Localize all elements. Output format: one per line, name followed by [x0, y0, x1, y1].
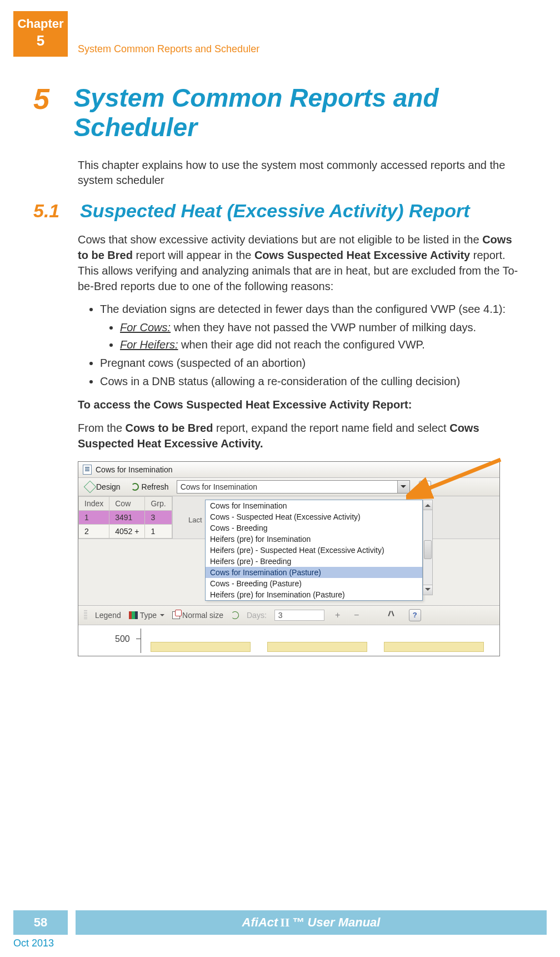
dropdown-option[interactable]: Heifers (pre) for Insemination (Pasture) — [206, 589, 422, 600]
dropdown-option[interactable]: Heifers (pre) - Suspected Heat (Excessiv… — [206, 545, 422, 556]
report-name-dropdown[interactable]: Cows for Insemination — [177, 480, 410, 494]
help-button-small[interactable]: ? — [409, 609, 421, 621]
scroll-down-button[interactable] — [423, 585, 432, 595]
bullet-1-sub-1: For Cows: when they have not passed the … — [120, 320, 522, 335]
footer-date: Oct 2013 — [13, 938, 54, 949]
chapter-tab: Chapter 5 — [13, 11, 68, 57]
refresh-icon — [131, 482, 139, 491]
footer-title: AfiAct II™ User Manual — [76, 910, 547, 935]
chart-bar — [384, 642, 484, 652]
help-button[interactable]: ? — [419, 481, 431, 493]
refresh-icon — [231, 611, 239, 619]
dropdown-option[interactable]: Cows - Suspected Heat (Excessive Activit… — [206, 511, 422, 522]
bullet-list: The deviation signs are detected in fewe… — [100, 302, 522, 389]
heading1-number: 5 — [33, 83, 62, 115]
bottom-toolbar: Legend Type Normal size Days: 3 + − ? — [78, 605, 499, 625]
bullet-2: Pregnant cows (suspected of an abortion) — [100, 356, 522, 371]
days-input[interactable]: 3 — [274, 610, 324, 621]
chart-tick — [136, 639, 141, 639]
page-number: 58 — [13, 910, 68, 935]
scroll-up-button[interactable] — [423, 500, 432, 510]
table-header-row: Index Cow Grp. — [79, 496, 172, 510]
window-title: Cows for Insemination — [96, 465, 173, 474]
days-label: Days: — [247, 611, 267, 620]
col-index: Index — [79, 496, 109, 510]
design-button[interactable]: Design — [83, 481, 123, 492]
minus-button[interactable]: − — [351, 610, 362, 620]
design-icon — [85, 482, 94, 491]
chart-type-icon — [129, 611, 138, 619]
refresh-button[interactable]: Refresh — [128, 481, 171, 492]
bullet-1-sub-2: For Heifers: when their age did not reac… — [120, 337, 522, 352]
dropdown-option-selected[interactable]: Cows for Insemination (Pasture) — [206, 567, 422, 578]
col-cow: Cow — [109, 496, 145, 510]
access-heading: To access the Cows Suspected Heat Excess… — [78, 397, 522, 412]
dropdown-panel: Cows for Insemination Cows - Suspected H… — [205, 500, 423, 601]
chart-area: 500 — [78, 625, 499, 656]
intro-paragraph: This chapter explains how to use the sys… — [78, 158, 522, 188]
normal-size-icon — [172, 611, 180, 619]
chart-bar — [151, 642, 251, 652]
window-titlebar: Cows for Insemination — [78, 462, 499, 478]
heading2-title: Suspected Heat (Excessive Activity) Repo… — [80, 200, 470, 222]
dropdown-option[interactable]: Cows - Breeding (Pasture) — [206, 578, 422, 589]
chart-axis — [141, 629, 141, 653]
access-paragraph: From the Cows to be Bred report, expand … — [78, 420, 522, 451]
col-grp: Grp. — [145, 496, 172, 510]
normal-size-button[interactable]: Normal size — [172, 611, 223, 620]
running-header: System Common Reports and Scheduler — [78, 43, 259, 55]
col-lact-partial: Lact — [188, 516, 202, 524]
document-icon — [83, 465, 92, 475]
scroll-thumb[interactable] — [424, 540, 432, 559]
chapter-number: 5 — [13, 32, 68, 49]
dropdown-option[interactable]: Cows for Insemination — [206, 500, 422, 511]
caret-down-icon — [159, 611, 164, 620]
chapter-word: Chapter — [13, 17, 68, 31]
page-footer: 58 AfiAct II™ User Manual — [13, 910, 547, 935]
table-row[interactable]: 2 4052 + 1 — [79, 524, 172, 538]
refresh-small-button[interactable] — [231, 611, 239, 619]
paragraph-1: Cows that show excessive activity deviat… — [78, 232, 522, 294]
plus-button[interactable]: + — [332, 610, 343, 620]
heading1-title: System Common Reports and Scheduler — [74, 83, 522, 142]
dropdown-selected-value: Cows for Insemination — [177, 482, 397, 491]
bullet-1: The deviation signs are detected in fewe… — [100, 302, 522, 352]
type-dropdown[interactable]: Type — [129, 611, 164, 620]
data-table: Index Cow Grp. 1 3491 3 2 4052 + 1 — [78, 496, 172, 539]
chart-ytick: 500 — [115, 634, 130, 644]
dropdown-toggle-button[interactable] — [397, 481, 409, 493]
dropdown-option[interactable]: Cows - Breeding — [206, 522, 422, 534]
chart-bar — [267, 642, 367, 652]
bullet-3: Cows in a DNB status (allowing a re-cons… — [100, 374, 522, 389]
legend-label: Legend — [95, 611, 121, 620]
table-row[interactable]: 1 3491 3 — [79, 510, 172, 524]
heading2-number: 5.1 — [33, 200, 74, 222]
gripper-icon — [84, 610, 87, 620]
dropdown-scrollbar[interactable] — [423, 500, 433, 595]
dropdown-option[interactable]: Heifers (pre) - Breeding — [206, 556, 422, 567]
dropdown-option[interactable]: Heifers (pre) for Insemination — [206, 534, 422, 545]
embedded-app-window: Cows for Insemination Design Refresh Cow… — [78, 461, 500, 656]
tools-icon[interactable] — [388, 611, 398, 620]
toolbar: Design Refresh Cows for Insemination ? — [78, 478, 499, 496]
